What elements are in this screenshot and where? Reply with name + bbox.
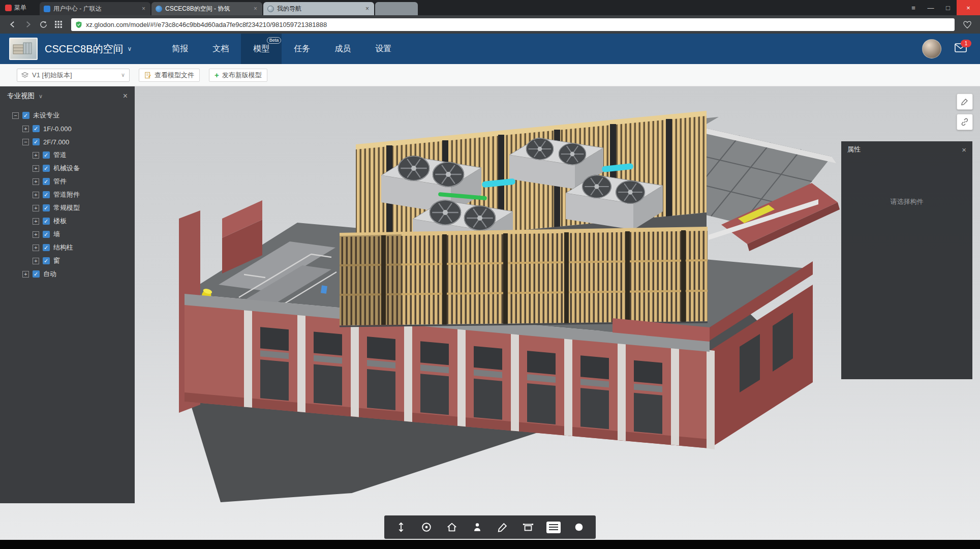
tree-checkbox[interactable] (33, 138, 40, 145)
tab-user-center[interactable]: 用户中心 - 广联达 × (40, 2, 150, 15)
tree-checkbox[interactable] (43, 244, 50, 251)
tab-favicon (44, 6, 50, 12)
tree-checkbox[interactable] (33, 125, 40, 132)
workspace-thumbnail[interactable] (9, 38, 38, 60)
tree-item[interactable]: + 管道 (0, 148, 135, 162)
url-input[interactable]: xz.glodon.com/model/#!/e73c8c46c9bb4d60a… (71, 18, 955, 31)
tree-item[interactable]: + 1F/-0.000 (0, 122, 135, 135)
back-icon (8, 20, 17, 29)
walk-tool-button[interactable] (388, 515, 414, 539)
model-toolbar: V1 [初始版本] ∨ 查看模型文件 + 发布新版模型 (0, 64, 980, 86)
tree-item[interactable]: + 常规模型 (0, 201, 135, 215)
sidebar-close-icon[interactable]: × (123, 92, 128, 101)
tree-expander[interactable]: + (22, 126, 29, 132)
tree-item[interactable]: + 墙 (0, 228, 135, 241)
tree-expander[interactable]: − (22, 139, 29, 145)
nav-documents[interactable]: 文档 (200, 34, 241, 64)
tree-item[interactable]: + 管件 (0, 175, 135, 188)
markup-tool-button[interactable] (957, 94, 973, 110)
tree-checkbox[interactable] (43, 204, 50, 211)
tree-expander[interactable]: + (33, 192, 39, 198)
roof-screen-front (340, 227, 708, 326)
tree-checkbox[interactable] (43, 218, 50, 225)
messages-button[interactable]: 1 (955, 43, 967, 54)
close-button[interactable]: × (957, 0, 980, 15)
maximize-button[interactable]: □ (939, 0, 957, 15)
tab-close-icon[interactable]: × (141, 5, 146, 12)
sidebar-caret-icon[interactable]: ∨ (39, 93, 43, 100)
tree-checkbox[interactable] (43, 178, 50, 185)
tree-checkbox[interactable] (43, 151, 50, 159)
first-person-button[interactable] (465, 515, 490, 539)
workspace-title[interactable]: CSCEC8B的空间 (45, 42, 123, 56)
tree-checkbox[interactable] (33, 270, 40, 278)
tree-checkbox[interactable] (43, 231, 50, 238)
section-box-button[interactable] (515, 515, 541, 539)
refresh-button[interactable] (37, 18, 50, 31)
tree-expander[interactable]: + (22, 271, 29, 278)
publish-new-version-button[interactable]: + 发布新版模型 (209, 69, 267, 82)
tab-bar: 用户中心 - 广联达 × CSCEC8B的空间 - 协筑 × 我的导航 × (40, 2, 418, 15)
tree-expander[interactable]: − (12, 112, 19, 119)
tree-expander[interactable]: + (33, 231, 39, 238)
forward-button[interactable] (21, 18, 35, 31)
share-link-button[interactable] (957, 114, 973, 130)
tree-item[interactable]: + 窗 (0, 254, 135, 267)
avatar[interactable] (922, 39, 941, 58)
properties-header: 属性 × (841, 141, 972, 158)
tree-item[interactable]: + 结构柱 (0, 241, 135, 254)
tree-expander[interactable]: + (33, 245, 39, 251)
tab-my-nav[interactable]: 我的导航 × (263, 2, 374, 15)
nav-model-label: 模型 (253, 44, 269, 53)
browser-menu-button[interactable]: 菜单 (0, 0, 33, 15)
publish-new-version-label: 发布新版模型 (222, 71, 262, 80)
tree-item[interactable]: + 机械设备 (0, 162, 135, 175)
tree-checkbox[interactable] (22, 112, 29, 119)
new-tab-button[interactable] (375, 2, 418, 15)
sidebar-title[interactable]: 专业视图 (7, 92, 35, 101)
tree-item[interactable]: + 管道附件 (0, 188, 135, 201)
tab-close-icon[interactable]: × (364, 5, 370, 12)
nav-settings[interactable]: 设置 (363, 34, 404, 64)
tree-item[interactable]: + 楼板 (0, 215, 135, 228)
tree-item[interactable]: + 自动 (0, 267, 135, 281)
nav-briefing[interactable]: 简报 (160, 34, 200, 64)
tree-checkbox[interactable] (43, 191, 50, 198)
tab-workspace-active[interactable]: CSCEC8B的空间 - 协筑 × (151, 2, 262, 15)
home-view-button[interactable] (439, 515, 465, 539)
tree-label: 楼板 (53, 217, 67, 226)
browser-more-menu-icon[interactable]: ≡ (905, 0, 922, 15)
sidebar-header: 专业视图 ∨ × (0, 86, 135, 106)
apps-grid-button[interactable] (52, 18, 65, 31)
nav-tasks[interactable]: 任务 (282, 34, 322, 64)
tree-item[interactable]: − 2F/7.000 (0, 135, 135, 148)
version-select[interactable]: V1 [初始版本] ∨ (17, 69, 130, 82)
tree-checkbox[interactable] (43, 165, 50, 172)
tree-expander[interactable]: + (33, 218, 39, 225)
back-button[interactable] (6, 18, 19, 31)
view-model-files-button[interactable]: 查看模型文件 (139, 69, 200, 82)
tab-title: CSCEC8B的空间 - 协筑 (165, 5, 250, 13)
tree-item[interactable]: − 未设专业 (0, 109, 135, 122)
tab-title: 我的导航 (277, 5, 361, 13)
tree-expander[interactable]: + (33, 152, 39, 159)
nav-model[interactable]: 模型 Beta (241, 34, 282, 64)
nav-members[interactable]: 成员 (322, 34, 363, 64)
minimize-button[interactable]: — (922, 0, 939, 15)
render-mode-button[interactable] (566, 515, 592, 539)
tab-close-icon[interactable]: × (253, 5, 258, 12)
workspace-caret-icon[interactable]: ∨ (127, 45, 132, 52)
tree-checkbox[interactable] (43, 257, 50, 264)
circle-icon (573, 522, 585, 533)
tree-expander[interactable]: + (33, 258, 39, 264)
orbit-tool-button[interactable] (414, 515, 439, 539)
measure-markup-button[interactable] (490, 515, 515, 539)
component-list-button[interactable] (541, 515, 566, 539)
favorite-button[interactable] (961, 18, 974, 31)
model-3d-canvas[interactable] (0, 86, 980, 540)
model-file-icon (144, 72, 151, 79)
tree-expander[interactable]: + (33, 178, 39, 185)
properties-close-icon[interactable]: × (962, 145, 966, 154)
tree-expander[interactable]: + (33, 205, 39, 211)
tree-expander[interactable]: + (33, 165, 39, 172)
